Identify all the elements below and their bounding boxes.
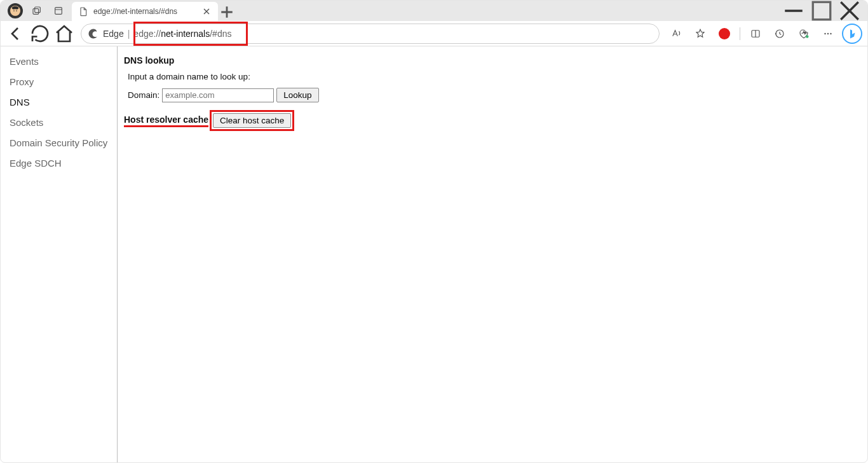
toolbar-right xyxy=(665,22,864,45)
sidebar-item-domain-security-policy[interactable]: Domain Security Policy xyxy=(1,133,117,153)
titlebar: edge://net-internals/#dns xyxy=(1,1,867,21)
history-icon[interactable] xyxy=(768,22,791,45)
lookup-button[interactable]: Lookup xyxy=(276,88,318,102)
clear-host-cache-button[interactable]: Clear host cache xyxy=(213,113,291,128)
home-button[interactable] xyxy=(53,22,76,45)
address-separator: | xyxy=(128,29,130,39)
svg-point-2 xyxy=(16,10,17,11)
window-maximize[interactable] xyxy=(808,1,836,21)
toolbar-divider xyxy=(740,27,740,40)
svg-rect-5 xyxy=(55,8,62,15)
profile-avatar[interactable] xyxy=(4,1,26,21)
address-url: edge://net-internals/#dns xyxy=(133,29,231,39)
tab-active[interactable]: edge://net-internals/#dns xyxy=(72,2,218,21)
refresh-button[interactable] xyxy=(29,22,51,45)
address-bar[interactable]: Edge | edge://net-internals/#dns xyxy=(81,24,660,44)
window-close[interactable] xyxy=(836,1,864,21)
sidebar-item-edge-sdch[interactable]: Edge SDCH xyxy=(1,153,117,174)
dns-lookup-title: DNS lookup xyxy=(124,55,861,66)
workspaces-icon[interactable] xyxy=(26,1,48,21)
close-tab-icon[interactable] xyxy=(201,6,212,17)
edge-logo-icon xyxy=(88,28,99,39)
domain-row: Domain: Lookup xyxy=(128,88,861,102)
svg-point-18 xyxy=(806,35,809,38)
read-aloud-icon[interactable] xyxy=(665,22,688,45)
sidebar-item-events[interactable]: Events xyxy=(1,52,117,72)
host-resolver-cache-row: Host resolver cache Clear host cache xyxy=(124,110,861,131)
svg-point-20 xyxy=(827,32,829,34)
more-icon[interactable] xyxy=(817,22,839,45)
split-screen-icon[interactable] xyxy=(744,22,767,45)
page-icon xyxy=(78,6,88,17)
tab-actions-icon[interactable] xyxy=(48,1,69,21)
domain-label: Domain: xyxy=(128,90,159,100)
toolbar: Edge | edge://net-internals/#dns xyxy=(1,21,867,46)
annotation-highlight-clear-btn: Clear host cache xyxy=(210,110,294,131)
svg-rect-4 xyxy=(33,9,39,15)
new-tab-button[interactable] xyxy=(218,3,236,21)
sidebar-item-proxy[interactable]: Proxy xyxy=(1,72,117,92)
main-panel: DNS lookup Input a domain name to look u… xyxy=(118,46,867,462)
sidebar: Events Proxy DNS Sockets Domain Security… xyxy=(1,46,118,462)
svg-point-1 xyxy=(13,10,15,11)
dns-lookup-instructions: Input a domain name to look up: xyxy=(128,72,861,81)
content-area: Events Proxy DNS Sockets Domain Security… xyxy=(1,46,867,462)
sidebar-item-sockets[interactable]: Sockets xyxy=(1,113,117,133)
back-button[interactable] xyxy=(4,22,27,45)
tab-strip: edge://net-internals/#dns xyxy=(72,1,236,21)
address-engine-label: Edge xyxy=(103,29,124,39)
favorite-icon[interactable] xyxy=(689,22,712,45)
adblock-icon[interactable] xyxy=(713,22,736,45)
window-minimize[interactable] xyxy=(780,1,808,21)
domain-input[interactable] xyxy=(162,88,274,102)
tab-title: edge://net-internals/#dns xyxy=(93,7,177,16)
sidebar-item-dns[interactable]: DNS xyxy=(1,92,117,113)
svg-point-21 xyxy=(830,32,831,34)
svg-rect-3 xyxy=(35,7,41,13)
host-resolver-cache-label: Host resolver cache xyxy=(124,114,208,127)
svg-rect-12 xyxy=(813,2,831,20)
bing-chat-icon[interactable] xyxy=(841,22,864,45)
svg-point-19 xyxy=(824,32,825,34)
performance-icon[interactable] xyxy=(792,22,815,45)
